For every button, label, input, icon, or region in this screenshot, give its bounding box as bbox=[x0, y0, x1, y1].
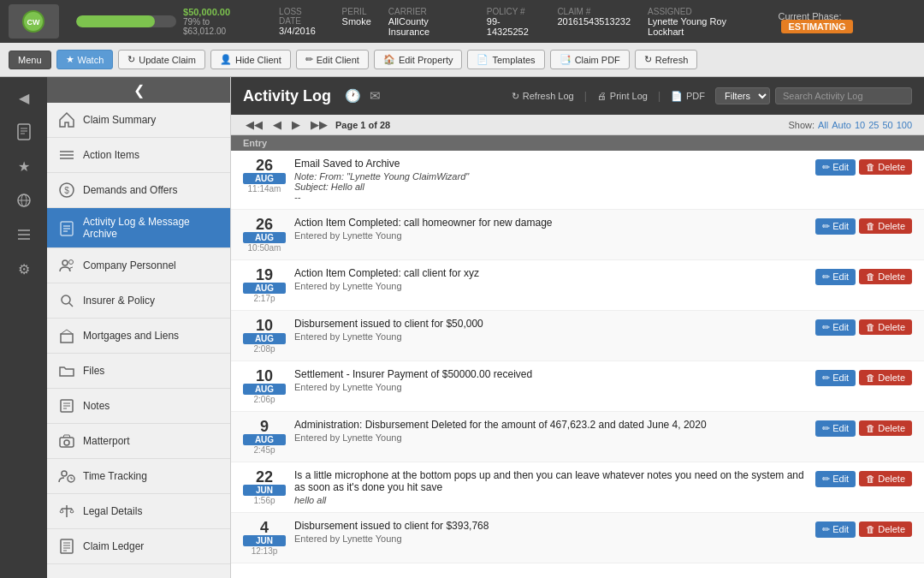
rail-item-layers[interactable] bbox=[7, 219, 41, 250]
svg-point-21 bbox=[62, 260, 68, 265]
sidebar-item-notes[interactable]: Notes bbox=[47, 389, 230, 424]
filters-area: Filters bbox=[715, 87, 912, 104]
delete-button-2[interactable]: 🗑 Delete bbox=[859, 269, 912, 284]
delete-button-0[interactable]: 🗑 Delete bbox=[859, 159, 912, 175]
delete-button-3[interactable]: 🗑 Delete bbox=[859, 319, 912, 335]
claim-value: 20161543513232 bbox=[557, 16, 631, 27]
clipboard-icon bbox=[57, 218, 76, 237]
show-100[interactable]: 100 bbox=[897, 120, 912, 130]
watch-button[interactable]: ★ Watch bbox=[56, 50, 114, 69]
log-entries-list: 26 AUG 11:14am Email Saved to Archive No… bbox=[231, 151, 924, 578]
svg-line-24 bbox=[69, 303, 73, 307]
next-page-button[interactable]: ▶ bbox=[289, 118, 303, 131]
menu-button[interactable]: Menu bbox=[9, 51, 51, 69]
dollar-icon: $ bbox=[57, 181, 76, 200]
edit-button-2[interactable]: ✏ Edit bbox=[815, 269, 856, 285]
sidebar-toggle[interactable]: ❮ bbox=[47, 77, 230, 103]
progress-amount: $50,000.00 bbox=[183, 7, 253, 17]
edit-button-1[interactable]: ✏ Edit bbox=[815, 218, 856, 235]
loss-date-label: LOSS DATE bbox=[279, 7, 324, 26]
delete-button-6[interactable]: 🗑 Delete bbox=[859, 471, 912, 486]
sidebar-item-mortgages-liens[interactable]: Mortgages and Liens bbox=[47, 319, 230, 354]
rail-item-star[interactable]: ★ bbox=[7, 151, 41, 182]
sidebar-item-claim-summary[interactable]: Claim Summary bbox=[47, 103, 230, 138]
carrier-field: CARRIER AllCounty Insurance bbox=[388, 7, 470, 37]
edit-button-0[interactable]: ✏ Edit bbox=[815, 159, 856, 176]
carrier-value: AllCounty Insurance bbox=[388, 16, 470, 37]
people-icon bbox=[57, 256, 76, 275]
sidebar-item-legal-details[interactable]: Legal Details bbox=[47, 494, 230, 529]
sidebar-item-time-tracking[interactable]: Time Tracking bbox=[47, 459, 230, 494]
sidebar-item-demands-offers[interactable]: $ Demands and Offers bbox=[47, 173, 230, 208]
log-entry: 10 AUG 2:08p Disbursement issued to clie… bbox=[231, 311, 924, 361]
entry-body-0: Email Saved to Archive Note: From: "Lyne… bbox=[294, 158, 807, 202]
edit-property-button[interactable]: 🏠 Edit Property bbox=[374, 50, 463, 69]
refresh-log-button[interactable]: ↻ Refresh Log bbox=[508, 89, 578, 104]
sidebar-label-activity-log: Activity Log & Message Archive bbox=[83, 216, 220, 240]
refresh-button[interactable]: ↻ Refresh bbox=[635, 50, 698, 69]
show-50[interactable]: 50 bbox=[882, 120, 892, 130]
rail-item-globe[interactable] bbox=[7, 185, 41, 216]
home-icon: 🏠 bbox=[383, 54, 395, 65]
peril-label: PERIL bbox=[342, 7, 371, 16]
entry-time-4: 2:06p bbox=[243, 395, 286, 404]
claim-pdf-button[interactable]: 📑 Claim PDF bbox=[550, 50, 630, 69]
progress-bar-container bbox=[76, 15, 176, 27]
delete-button-7[interactable]: 🗑 Delete bbox=[859, 521, 912, 537]
entry-actions-7: ✏ Edit 🗑 Delete bbox=[815, 520, 912, 538]
svg-rect-2 bbox=[18, 124, 30, 140]
edit-button-7[interactable]: ✏ Edit bbox=[815, 521, 856, 538]
svg-rect-40 bbox=[61, 539, 73, 553]
show-10[interactable]: 10 bbox=[855, 120, 865, 130]
policy-label: POLICY # bbox=[487, 7, 541, 16]
sidebar-item-action-items[interactable]: Action Items bbox=[47, 138, 230, 173]
pagination-bar: ◀◀ ◀ ▶ ▶▶ Page 1 of 28 Show: All Auto 10… bbox=[231, 115, 924, 135]
print-log-button[interactable]: 🖨 Print Log bbox=[594, 89, 651, 103]
delete-button-4[interactable]: 🗑 Delete bbox=[859, 370, 912, 385]
log-entry: 26 AUG 11:14am Email Saved to Archive No… bbox=[231, 151, 924, 210]
update-claim-button[interactable]: ↻ Update Claim bbox=[118, 50, 205, 69]
loss-date-field: LOSS DATE 3/4/2016 bbox=[279, 7, 324, 37]
entry-text-3: Disbursement issued to client for $50,00… bbox=[294, 318, 807, 330]
log-entry: 9 AUG 2:45p Administration: Disbursement… bbox=[231, 412, 924, 462]
entry-month-2: AUG bbox=[243, 283, 286, 294]
prev-page-button[interactable]: ◀ bbox=[270, 118, 284, 131]
sidebar-label-notes: Notes bbox=[83, 400, 110, 412]
sidebar-label-insurer-policy: Insurer & Policy bbox=[83, 295, 155, 307]
show-25[interactable]: 25 bbox=[868, 120, 879, 130]
mail-icon[interactable]: ✉ bbox=[370, 88, 381, 104]
edit-button-3[interactable]: ✏ Edit bbox=[815, 319, 856, 336]
activity-log-search[interactable] bbox=[775, 87, 912, 104]
clock-icon[interactable]: 🕐 bbox=[345, 88, 361, 104]
delete-button-1[interactable]: 🗑 Delete bbox=[859, 218, 912, 234]
show-auto[interactable]: Auto bbox=[832, 120, 851, 130]
log-entry: 10 AUG 2:06p Settlement - Insurer Paymen… bbox=[231, 361, 924, 412]
edit-client-button[interactable]: ✏ Edit Client bbox=[296, 50, 369, 69]
show-all[interactable]: All bbox=[818, 120, 828, 130]
rail-item-back[interactable]: ◀ bbox=[7, 82, 41, 113]
filters-select[interactable]: Filters bbox=[715, 87, 770, 104]
templates-button[interactable]: 📄 Templates bbox=[467, 50, 544, 69]
edit-button-5[interactable]: ✏ Edit bbox=[815, 420, 856, 437]
entry-header-label: Entry bbox=[243, 138, 267, 148]
sidebar-item-files[interactable]: Files bbox=[47, 354, 230, 389]
rail-item-doc[interactable] bbox=[7, 116, 41, 147]
entry-date-7: 4 JUN 12:13p bbox=[243, 520, 286, 556]
sidebar: ❮ Claim Summary Action Items $ Demands a… bbox=[47, 77, 231, 578]
first-page-button[interactable]: ◀◀ bbox=[243, 118, 265, 131]
log-entry: 19 AUG 2:17p Action Item Completed: call… bbox=[231, 260, 924, 311]
edit-button-4[interactable]: ✏ Edit bbox=[815, 370, 856, 386]
delete-button-5[interactable]: 🗑 Delete bbox=[859, 420, 912, 436]
edit-button-6[interactable]: ✏ Edit bbox=[815, 471, 856, 487]
separator2: | bbox=[658, 90, 660, 102]
sidebar-item-claim-ledger[interactable]: Claim Ledger bbox=[47, 529, 230, 564]
sidebar-item-insurer-policy[interactable]: Insurer & Policy bbox=[47, 283, 230, 319]
hide-client-button[interactable]: 👤 Hide Client bbox=[210, 50, 291, 69]
sidebar-item-activity-log[interactable]: Activity Log & Message Archive bbox=[47, 208, 230, 248]
sidebar-item-matterport[interactable]: Matterport bbox=[47, 424, 230, 459]
rail-item-gear[interactable]: ⚙ bbox=[7, 253, 41, 284]
pdf-button[interactable]: 📄 PDF bbox=[667, 89, 708, 104]
last-page-button[interactable]: ▶▶ bbox=[308, 118, 330, 131]
search-icon bbox=[57, 291, 76, 310]
sidebar-item-company-personnel[interactable]: Company Personnel bbox=[47, 248, 230, 283]
